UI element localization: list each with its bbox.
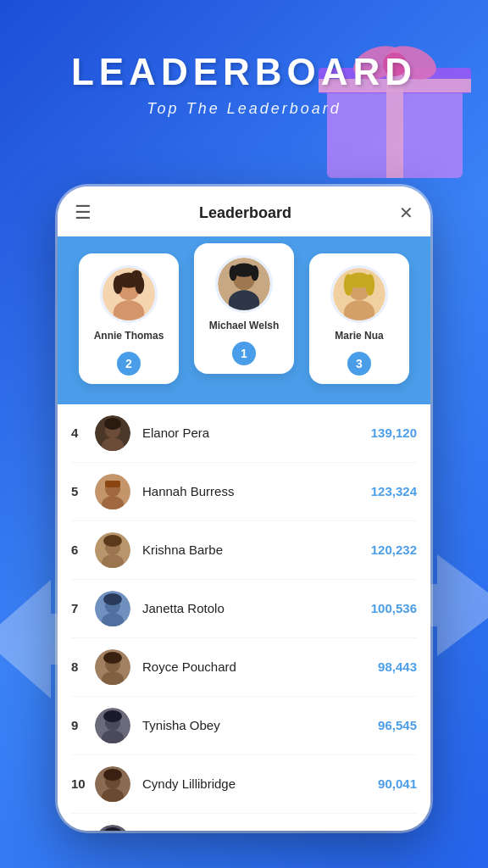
phone-frame: ☰ Leaderboard ✕	[58, 186, 430, 831]
list-item: 6 Krishna Barbe 120,232	[71, 521, 417, 580]
list-score: 98,443	[378, 659, 417, 674]
svg-point-31	[104, 418, 121, 430]
list-rank: 6	[71, 542, 95, 557]
list-name: Janetta Rotolo	[142, 601, 371, 615]
list-score: 100,536	[371, 601, 417, 615]
list-rank: 9	[71, 718, 95, 732]
svg-point-13	[114, 275, 123, 294]
list-name: Elanor Pera	[142, 426, 371, 440]
list-name: Hannah Burress	[142, 484, 371, 498]
avatar-second	[100, 265, 158, 323]
list-item: 8 Royce Pouchard 98,443	[71, 638, 417, 697]
list-score: 123,324	[371, 484, 417, 498]
list-item: 7 Janetta Rotolo 100,536	[71, 580, 417, 638]
avatar-third	[330, 265, 388, 323]
list-avatar	[95, 708, 130, 743]
page-subtitle: Top The Leaderboard	[0, 100, 488, 118]
list-item: 5 Hannah Burress 123,324	[71, 463, 417, 521]
list-name: Royce Pouchard	[142, 659, 378, 674]
list-rank: 5	[71, 484, 95, 498]
list-section[interactable]: 4 Elanor Pera 139,120 5	[58, 404, 430, 831]
svg-point-43	[103, 593, 122, 605]
svg-point-20	[230, 265, 237, 281]
podium-name-third: Marie Nua	[319, 330, 399, 343]
list-name: Tynisha Obey	[142, 718, 378, 732]
phone-header-title: Leaderboard	[199, 204, 291, 222]
list-score: 96,545	[378, 718, 417, 732]
svg-point-21	[251, 265, 258, 281]
list-item: 9 Tynisha Obey 96,545	[71, 697, 417, 755]
podium-name-first: Michael Welsh	[204, 320, 284, 333]
podium-card-first: Michael Welsh 1	[194, 243, 294, 374]
svg-rect-35	[105, 481, 120, 487]
list-avatar	[95, 415, 130, 451]
list-avatar	[95, 766, 130, 802]
list-avatar	[95, 532, 130, 568]
page-title: LEADERBOARD	[0, 51, 488, 93]
header-section: LEADERBOARD Top The Leaderboard	[0, 51, 488, 118]
svg-point-39	[103, 535, 122, 547]
svg-point-47	[103, 652, 122, 664]
rank-badge-third: 3	[347, 352, 371, 376]
list-rank: 4	[71, 426, 95, 440]
list-avatar	[95, 825, 130, 831]
svg-point-15	[131, 270, 142, 281]
list-rank: 10	[71, 776, 95, 791]
svg-point-55	[103, 769, 122, 781]
avatar-first	[215, 255, 273, 313]
podium-name-second: Annie Thomas	[89, 330, 169, 343]
list-name: Cyndy Lillibridge	[142, 776, 378, 791]
rank-badge-second: 2	[117, 352, 141, 376]
list-score: 139,120	[371, 426, 417, 440]
phone-header: ☰ Leaderboard ✕	[58, 186, 430, 236]
svg-point-26	[344, 274, 353, 296]
podium-card-third: Marie Nua 3	[309, 253, 409, 384]
list-score: 90,041	[378, 776, 417, 791]
list-rank: 7	[71, 601, 95, 615]
rank-badge-first: 1	[232, 342, 256, 365]
menu-icon[interactable]: ☰	[75, 202, 92, 224]
svg-point-27	[365, 274, 374, 296]
list-avatar	[95, 649, 130, 685]
podium-card-second: Annie Thomas 2	[79, 253, 179, 384]
list-rank: 8	[71, 659, 95, 674]
list-name: Krishna Barbe	[142, 542, 371, 557]
list-item: 4 Elanor Pera 139,120	[71, 404, 417, 463]
podium-section: Annie Thomas 2 Michael Welsh 1	[58, 236, 430, 404]
svg-point-51	[103, 710, 122, 722]
list-score: 120,232	[371, 542, 417, 557]
list-avatar	[95, 474, 130, 509]
close-icon[interactable]: ✕	[399, 203, 413, 223]
list-item: 11 Emmanuel Barrière 83,563	[71, 814, 417, 831]
list-item: 10 Cyndy Lillibridge 90,041	[71, 755, 417, 814]
list-avatar	[95, 591, 130, 626]
